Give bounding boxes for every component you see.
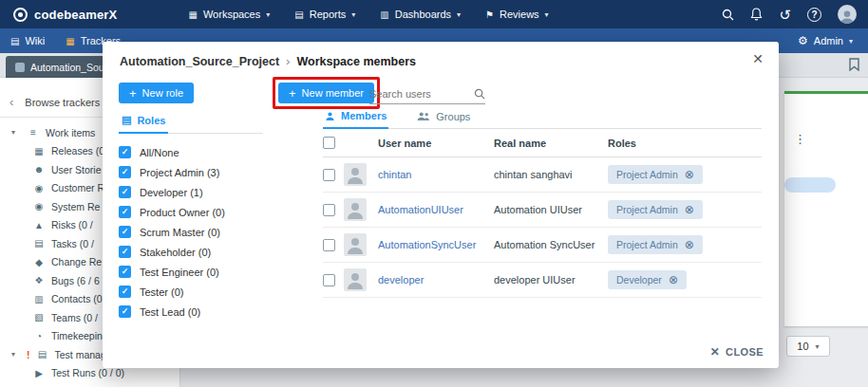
collapse-sidebar-icon[interactable]: ‹ [9,96,13,108]
member-avatar [344,163,367,186]
member-checkbox[interactable] [323,239,335,251]
tracker-label: Contacts (0 [51,293,103,304]
tracker-label: Customer R [51,182,104,194]
role-checkbox[interactable]: ✓ [119,146,131,158]
menu-item[interactable]: ⚑ Reviews ▾ [473,0,561,28]
menu-item[interactable]: ▦ Workspaces ▾ [176,0,282,28]
member-username-link[interactable]: AutomationUIUser [378,204,494,215]
role-checkbox[interactable]: ✓ [119,305,131,318]
member-username-link[interactable]: chintan [378,169,494,180]
tracker-icon: ◉ [32,201,46,212]
role-checkbox[interactable]: ✓ [119,226,131,238]
role-checkbox[interactable]: ✓ [119,246,131,258]
role-checkbox[interactable]: ✓ [119,206,131,218]
remove-role-icon[interactable]: ⊗ [669,273,678,286]
topbar-actions: ↺ ? [722,5,868,24]
main-menu: ▦ Workspaces ▾ ▤ Reports ▾ ▥ Dashboards … [176,0,560,28]
menu-item-label: Reviews [500,9,539,20]
role-label: Test Engineer (0) [140,267,219,278]
help-icon[interactable]: ? [807,8,821,22]
tracker-label: Releases (0 / [51,145,110,157]
app-logo[interactable]: codebeamerX [0,8,130,22]
member-checkbox[interactable] [323,204,335,216]
menu-item[interactable]: ▥ Dashboards ▾ [368,0,473,28]
role-filter-item[interactable]: ✓ Test Lead (0) [119,302,263,322]
page-size-select[interactable]: 10 ▾ [786,336,830,357]
role-label: Tester (0) [140,286,183,298]
dialog-close-icon[interactable]: ✕ [752,51,764,66]
role-checkbox[interactable]: ✓ [119,186,131,198]
roles-tab-label: Roles [137,115,165,126]
admin-menu[interactable]: ⚙ Admin ▾ [798,34,868,47]
username-column-header: User name [378,138,494,149]
notifications-bell-icon[interactable] [750,8,763,21]
role-filter-item[interactable]: ✓ Product Owner (0) [119,202,263,222]
role-chip-label: Project Admin [616,204,678,215]
member-role-chip[interactable]: Developer ⊗ [608,270,687,289]
wiki-menu-item[interactable]: ▤ Wiki [0,35,55,46]
role-filter-item[interactable]: ✓ All/None [119,142,263,162]
tracker-icon: ▥ [32,294,46,304]
groups-tab-label: Groups [436,111,470,122]
tab-roles[interactable]: ▤ Roles [119,114,168,134]
role-label: Product Owner (0) [140,207,225,218]
plus-icon: + [289,87,296,100]
admin-label: Admin [814,35,843,46]
member-realname: chintan sanghavi [494,169,608,180]
tab-members[interactable]: Members [323,110,388,129]
roles-tabbar: ▤ Roles [119,110,263,134]
menu-item-icon: ▤ [294,9,303,20]
role-checkbox[interactable]: ✓ [119,166,131,178]
member-role-chip[interactable]: Project Admin ⊗ [608,200,703,219]
member-role-chip[interactable]: Project Admin ⊗ [608,235,703,254]
close-dialog-button[interactable]: ✕ CLOSE [710,345,764,359]
member-checkbox[interactable] [323,274,335,286]
new-role-button[interactable]: + New role [119,83,194,103]
user-avatar[interactable] [838,5,857,24]
tracker-icon: ≡ [27,127,40,138]
role-chip-label: Developer [616,274,662,286]
breadcrumb-separator-icon: › [286,54,290,68]
roles-panel: ▤ Roles ✓ All/None ✓ Project Admin (3) ✓… [119,110,263,322]
bookmark-icon[interactable] [849,58,859,75]
search-users-input[interactable] [369,88,470,100]
role-chip-label: Project Admin [616,169,678,180]
remove-role-icon[interactable]: ⊗ [685,168,694,181]
sidebar-title: Browse trackers [25,97,100,108]
role-filter-item[interactable]: ✓ Stakeholder (0) [119,242,263,262]
kebab-menu-icon[interactable]: ⋮ [794,132,806,146]
warning-marker: ! [27,349,30,360]
select-all-checkbox[interactable] [323,137,335,149]
breadcrumb: Automation_Source_Project › Workspace me… [120,54,416,68]
history-icon[interactable]: ↺ [779,8,791,22]
role-filter-item[interactable]: ✓ Tester (0) [119,282,263,302]
role-filter-item[interactable]: ✓ Test Engineer (0) [119,262,263,282]
member-username-link[interactable]: developer [378,274,494,286]
tracker-label: Teams (0 / [51,312,98,323]
member-checkbox[interactable] [323,169,335,181]
tracker-label: System Re [51,201,100,212]
role-filter-item[interactable]: ✓ Developer (1) [119,182,263,202]
tracker-label: Timekeepin [51,330,103,341]
members-panel: Members Groups User name Real name Roles [323,110,762,298]
tracker-icon: ▲ [32,220,46,230]
menu-item[interactable]: ▤ Reports ▾ [282,0,368,28]
role-checkbox[interactable]: ✓ [119,286,131,298]
new-member-button[interactable]: + New member [278,83,374,103]
members-table-body: chintan chintan sanghavi Project Admin ⊗ [323,157,762,298]
role-filter-item[interactable]: ✓ Project Admin (3) [119,162,263,182]
search-icon[interactable] [722,9,734,21]
remove-role-icon[interactable]: ⊗ [685,203,694,216]
member-avatar [344,198,367,221]
member-username-link[interactable]: AutomationSyncUser [378,239,494,250]
role-filter-item[interactable]: ✓ Scrum Master (0) [119,222,263,242]
member-row: developer developer UIUser Developer ⊗ [323,263,762,298]
remove-role-icon[interactable]: ⊗ [685,238,694,251]
tracker-label: Tasks (0 / [51,238,94,249]
member-role-chip[interactable]: Project Admin ⊗ [608,165,703,184]
role-checkbox[interactable]: ✓ [119,266,131,278]
breadcrumb-project[interactable]: Automation_Source_Project [120,55,279,68]
member-realname: Automation UIUser [494,204,608,215]
dialog-title: Workspace members [296,55,416,68]
tab-groups[interactable]: Groups [415,110,472,128]
